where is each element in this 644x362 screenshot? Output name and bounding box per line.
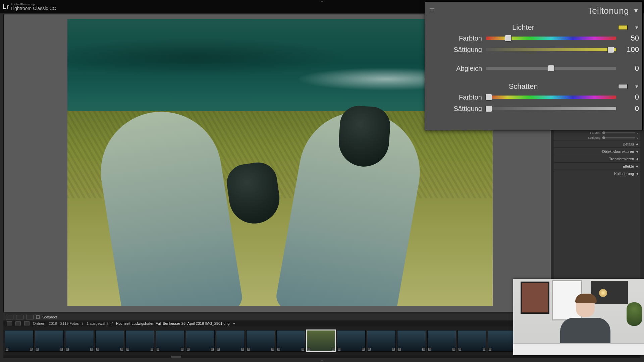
filmstrip-thumb[interactable]: [156, 330, 184, 352]
mini-shadow-sat[interactable]: Sättigung0: [554, 135, 640, 140]
highlights-sat-value[interactable]: 100: [620, 45, 639, 54]
filmstrip-thumb[interactable]: [367, 330, 396, 352]
filmstrip-scrollbar[interactable]: [3, 355, 640, 358]
second-window-2-icon[interactable]: [15, 321, 21, 325]
bottom-panel-handle-icon[interactable]: [320, 360, 324, 361]
filmstrip-thumb[interactable]: [125, 330, 154, 352]
filmstrip-thumb[interactable]: [307, 330, 335, 352]
shadows-section: Schatten ▼ Farbton 0 Sättigung 0: [428, 81, 639, 114]
folder-name[interactable]: 2018: [49, 321, 57, 325]
highlights-sat-label: Sättigung: [428, 46, 482, 54]
highlights-hue-label: Farbton: [428, 35, 482, 42]
top-panel-handle-icon[interactable]: [315, 1, 329, 2]
filmstrip-thumb[interactable]: [5, 330, 34, 352]
view-mode-split-icon[interactable]: [26, 315, 34, 319]
filmstrip-thumb[interactable]: [276, 330, 305, 352]
filmstrip-thumb[interactable]: [65, 330, 94, 352]
softproof-label: Softproof: [42, 315, 57, 319]
folder-label: Ordner:: [33, 321, 45, 325]
filmstrip-thumb[interactable]: [397, 330, 426, 352]
section-details[interactable]: Details◀: [554, 140, 640, 147]
filmstrip-thumb[interactable]: [337, 330, 366, 352]
grid-icon[interactable]: [24, 321, 30, 325]
panel-collapse-icon[interactable]: ▼: [633, 7, 639, 14]
split-toning-panel: Teiltonung ▼ Lichter ▼ Farbton 50 Sättig…: [425, 1, 643, 130]
current-filename[interactable]: Hochzeit-Ludwigshafen-Full-Benkesser-26.…: [116, 321, 230, 325]
section-transform[interactable]: Transformieren◀: [554, 155, 640, 162]
shadows-label: Schatten: [428, 82, 618, 91]
highlights-hue-value[interactable]: 50: [620, 34, 639, 43]
view-mode-loupe-icon[interactable]: [6, 315, 13, 319]
section-calibration[interactable]: Kalibrierung◀: [554, 170, 640, 177]
highlights-picker-icon[interactable]: ▼: [634, 25, 639, 30]
filmstrip-thumb[interactable]: [427, 330, 456, 352]
slider-thumb[interactable]: [607, 46, 614, 53]
panel-toggle-icon[interactable]: [430, 8, 434, 13]
filmstrip-thumb[interactable]: [246, 330, 275, 352]
balance-label: Abgleich: [428, 65, 482, 72]
highlights-label: Lichter: [428, 23, 618, 32]
shadows-picker-icon[interactable]: ▼: [634, 84, 639, 89]
second-window-icon[interactable]: [7, 321, 12, 325]
highlights-sat-slider[interactable]: Sättigung 100: [428, 44, 639, 55]
filmstrip-thumb[interactable]: [95, 330, 124, 352]
balance-section: Abgleich 0: [428, 63, 639, 74]
shadows-sat-label: Sättigung: [428, 105, 482, 113]
filmstrip-thumb[interactable]: [186, 330, 215, 352]
highlights-swatch[interactable]: [618, 25, 628, 30]
shadows-hue-slider[interactable]: Farbton 0: [428, 92, 639, 103]
balance-value[interactable]: 0: [620, 64, 639, 73]
highlights-section: Lichter ▼ Farbton 50 Sättigung 100: [428, 22, 639, 55]
view-mode-before-after-icon[interactable]: [16, 315, 23, 319]
shadows-sat-slider[interactable]: Sättigung 0: [428, 103, 639, 114]
slider-thumb[interactable]: [505, 35, 512, 42]
slider-thumb[interactable]: [548, 65, 554, 72]
shadows-hue-value[interactable]: 0: [620, 93, 639, 102]
filmstrip-thumb[interactable]: [35, 330, 64, 352]
shadows-swatch[interactable]: [618, 84, 628, 89]
panel-title[interactable]: Teiltonung: [588, 6, 629, 16]
balance-slider[interactable]: Abgleich 0: [428, 63, 639, 74]
softproof-checkbox[interactable]: [36, 315, 40, 319]
filmstrip-thumb[interactable]: [458, 330, 486, 352]
photo-count: 2119 Fotos: [60, 321, 79, 325]
mini-shadow-hue[interactable]: Farbton0: [554, 130, 640, 135]
selected-count: 1 ausgewählt: [87, 321, 108, 325]
slider-thumb[interactable]: [485, 105, 492, 112]
shadows-sat-value[interactable]: 0: [620, 104, 639, 113]
highlights-hue-slider[interactable]: Farbton 50: [428, 33, 639, 44]
slider-thumb[interactable]: [485, 94, 492, 101]
shadows-hue-label: Farbton: [428, 94, 482, 101]
filmstrip-thumb[interactable]: [216, 330, 245, 352]
section-lens[interactable]: Objektivkorrekturen◀: [554, 147, 640, 155]
webcam-overlay: [513, 279, 644, 355]
app-logo: Lr: [3, 3, 9, 10]
filmstrip-thumb[interactable]: [488, 330, 517, 352]
section-effects[interactable]: Effekte◀: [554, 162, 640, 170]
product-label: Lightroom Classic CC: [11, 6, 56, 11]
